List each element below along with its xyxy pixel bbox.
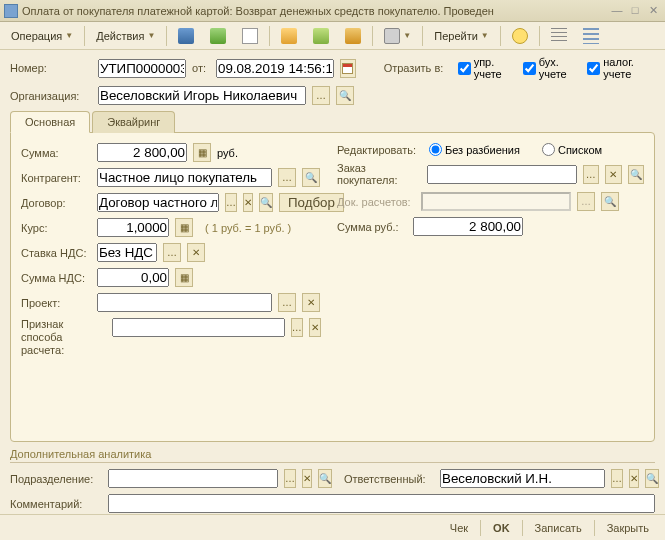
org-field[interactable] bbox=[98, 86, 306, 105]
forward-button[interactable] bbox=[235, 25, 265, 47]
rate-calc-button[interactable]: ▦ bbox=[175, 218, 193, 237]
counterparty-label: Контрагент: bbox=[21, 172, 91, 184]
dept-open-button[interactable]: 🔍 bbox=[318, 469, 332, 488]
tabs: Основная Эквайринг bbox=[10, 111, 655, 133]
method-field[interactable] bbox=[112, 318, 285, 337]
tree-icon bbox=[583, 28, 599, 44]
print-menu[interactable]: ▼ bbox=[377, 25, 418, 47]
toolbar: Операция▼ Действия▼ ▼ Перейти▼ bbox=[0, 22, 665, 50]
org-open-button[interactable]: 🔍 bbox=[336, 86, 354, 105]
check-buh[interactable]: бух. учете bbox=[523, 56, 582, 80]
docpay-label: Док. расчетов: bbox=[337, 196, 415, 208]
rate-field[interactable] bbox=[97, 218, 169, 237]
sumrub-field[interactable] bbox=[413, 217, 523, 236]
order-field[interactable] bbox=[427, 165, 577, 184]
radio-nosplit[interactable]: Без разбиения bbox=[429, 143, 520, 156]
org-label: Организация: bbox=[10, 90, 92, 102]
resp-label: Ответственный: bbox=[344, 473, 434, 485]
vat-clear-button[interactable]: ✕ bbox=[187, 243, 205, 262]
resp-select-button[interactable]: … bbox=[611, 469, 623, 488]
comment-field[interactable] bbox=[108, 494, 655, 513]
org-select-button[interactable]: … bbox=[312, 86, 330, 105]
window-title: Оплата от покупателя платежной картой: В… bbox=[22, 5, 609, 17]
doc1-button[interactable] bbox=[274, 25, 304, 47]
doc-icon bbox=[281, 28, 297, 44]
number-field[interactable] bbox=[98, 59, 186, 78]
dept-label: Подразделение: bbox=[10, 473, 102, 485]
titlebar: Оплата от покупателя платежной картой: В… bbox=[0, 0, 665, 22]
separator bbox=[422, 26, 423, 46]
method-clear-button[interactable]: ✕ bbox=[309, 318, 321, 337]
help-button[interactable] bbox=[505, 25, 535, 47]
contract-clear-button[interactable]: ✕ bbox=[243, 193, 253, 212]
number-label: Номер: bbox=[10, 62, 92, 74]
dept-clear-button[interactable]: ✕ bbox=[302, 469, 312, 488]
method-select-button[interactable]: … bbox=[291, 318, 303, 337]
ok-button[interactable]: OK bbox=[485, 520, 518, 536]
dept-field[interactable] bbox=[108, 469, 278, 488]
counterparty-open-button[interactable]: 🔍 bbox=[302, 168, 320, 187]
close-window-button[interactable]: ✕ bbox=[645, 4, 661, 18]
tab-main[interactable]: Основная bbox=[10, 111, 90, 133]
footer-bar: Чек OK Записать Закрыть bbox=[0, 514, 665, 540]
save-button[interactable] bbox=[171, 25, 201, 47]
goto-menu[interactable]: Перейти▼ bbox=[427, 25, 496, 47]
project-select-button[interactable]: … bbox=[278, 293, 296, 312]
contract-open-button[interactable]: 🔍 bbox=[259, 193, 273, 212]
dept-select-button[interactable]: … bbox=[284, 469, 296, 488]
resp-clear-button[interactable]: ✕ bbox=[629, 469, 639, 488]
currency-label: руб. bbox=[217, 147, 238, 159]
separator bbox=[480, 520, 481, 536]
doc2-button[interactable] bbox=[306, 25, 336, 47]
project-clear-button[interactable]: ✕ bbox=[302, 293, 320, 312]
resp-open-button[interactable]: 🔍 bbox=[645, 469, 659, 488]
order-open-button[interactable]: 🔍 bbox=[628, 165, 644, 184]
radio-list[interactable]: Списком bbox=[542, 143, 602, 156]
tab-acquiring[interactable]: Эквайринг bbox=[92, 111, 175, 133]
analytics-title: Дополнительная аналитика bbox=[10, 448, 655, 463]
contract-label: Договор: bbox=[21, 197, 91, 209]
separator bbox=[269, 26, 270, 46]
rate-label: Курс: bbox=[21, 222, 91, 234]
order-select-button[interactable]: … bbox=[583, 165, 599, 184]
docpay-field bbox=[421, 192, 571, 211]
date-field[interactable] bbox=[216, 59, 334, 78]
counterparty-select-button[interactable]: … bbox=[278, 168, 296, 187]
sum-field[interactable] bbox=[97, 143, 187, 162]
vatsum-calc-button[interactable]: ▦ bbox=[175, 268, 193, 287]
project-field[interactable] bbox=[97, 293, 272, 312]
resp-field[interactable] bbox=[440, 469, 605, 488]
maximize-button[interactable]: □ bbox=[627, 4, 643, 18]
reflect-label: Отразить в: bbox=[384, 62, 452, 74]
list-button[interactable] bbox=[544, 25, 574, 47]
separator bbox=[166, 26, 167, 46]
receipt-button[interactable]: Чек bbox=[442, 520, 476, 536]
minimize-button[interactable]: — bbox=[609, 4, 625, 18]
content-area: Номер: от: Отразить в: упр. учете бух. у… bbox=[0, 50, 665, 525]
sum-calc-button[interactable]: ▦ bbox=[193, 143, 211, 162]
new-button[interactable] bbox=[203, 25, 233, 47]
separator bbox=[539, 26, 540, 46]
date-picker-button[interactable] bbox=[340, 59, 356, 78]
write-button[interactable]: Записать bbox=[527, 520, 590, 536]
counterparty-field[interactable] bbox=[97, 168, 272, 187]
check-nalog[interactable]: налог. учете bbox=[587, 56, 655, 80]
contract-select-button[interactable]: … bbox=[225, 193, 237, 212]
doc3-button[interactable] bbox=[338, 25, 368, 47]
order-label: Заказ покупателя: bbox=[337, 162, 421, 186]
order-clear-button[interactable]: ✕ bbox=[605, 165, 621, 184]
tab-panel-main: Сумма: ▦ руб. Контрагент: … 🔍 Договор: …… bbox=[10, 132, 655, 442]
selection-button[interactable]: Подбор bbox=[279, 193, 344, 212]
vat-select-button[interactable]: … bbox=[163, 243, 181, 262]
sumrub-label: Сумма руб.: bbox=[337, 221, 407, 233]
docpay-select-button: … bbox=[577, 192, 595, 211]
actions-menu[interactable]: Действия▼ bbox=[89, 25, 162, 47]
method-label: Признак способа расчета: bbox=[21, 318, 106, 357]
contract-field[interactable] bbox=[97, 193, 219, 212]
operation-menu[interactable]: Операция▼ bbox=[4, 25, 80, 47]
vat-field[interactable] bbox=[97, 243, 157, 262]
check-upr[interactable]: упр. учете bbox=[458, 56, 517, 80]
close-button[interactable]: Закрыть bbox=[599, 520, 657, 536]
vatsum-field[interactable] bbox=[97, 268, 169, 287]
tree-button[interactable] bbox=[576, 25, 606, 47]
